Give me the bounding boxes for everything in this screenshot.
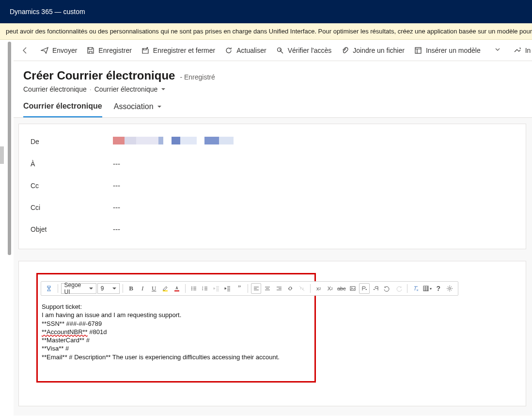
blockquote-button[interactable]: ”	[234, 283, 245, 294]
table-button[interactable]: ▾	[422, 283, 432, 294]
svg-rect-2	[163, 290, 168, 291]
align-center-button[interactable]	[262, 283, 273, 294]
email-fields-section: De À --- Cc ---	[18, 124, 526, 249]
font-size-select[interactable]: 9	[97, 283, 120, 294]
chevron-down-icon[interactable]	[161, 88, 165, 92]
cc-label: Cc	[31, 182, 113, 190]
tab-email-label: Courrier électronique	[23, 102, 102, 111]
indent-button[interactable]	[223, 283, 234, 294]
from-label: De	[31, 138, 113, 145]
send-button[interactable]: Envoyer	[36, 41, 82, 60]
settings-gear-icon[interactable]	[445, 283, 455, 294]
breadcrumb: Courrier électronique · Courrier électro…	[23, 85, 522, 93]
breadcrumb-form[interactable]: Courrier électronique	[94, 85, 158, 93]
command-bar: Envoyer Enregistrer Enregistrer et ferme…	[14, 40, 532, 61]
scroll-nub[interactable]	[0, 146, 4, 164]
svg-point-5	[191, 288, 192, 289]
send-label: Envoyer	[52, 47, 77, 54]
svg-point-0	[277, 48, 281, 51]
check-access-button[interactable]: Vérifier l'accès	[271, 41, 337, 60]
save-close-button[interactable]: Enregistrer et fermer	[137, 41, 220, 60]
field-subject[interactable]: Objet ---	[31, 218, 514, 240]
insert-image-button[interactable]	[348, 283, 359, 294]
svg-rect-1	[415, 48, 421, 53]
cc-value: ---	[113, 181, 120, 190]
form-canvas: De À --- Cc ---	[14, 118, 532, 416]
undo-button[interactable]	[382, 283, 393, 294]
subject-value: ---	[113, 225, 120, 233]
save-label: Enregistrer	[98, 47, 131, 54]
save-button[interactable]: Enregistrer	[82, 41, 136, 60]
field-cc[interactable]: Cc ---	[31, 175, 514, 196]
attach-file-button[interactable]: Joindre un fichier	[336, 41, 409, 60]
align-right-button[interactable]	[274, 283, 284, 294]
bullet-list-button[interactable]	[188, 283, 199, 294]
subscript-button[interactable]: X2	[325, 283, 335, 294]
font-name-select[interactable]: Segoe UI	[61, 283, 96, 294]
overflow-chevron[interactable]	[490, 46, 505, 54]
left-gutter	[0, 40, 14, 416]
underline-button[interactable]: U	[149, 283, 159, 294]
rtl-button[interactable]	[371, 283, 381, 294]
bold-button[interactable]: B	[126, 283, 137, 294]
field-bcc[interactable]: Cci ---	[31, 196, 514, 218]
refresh-label: Actualiser	[236, 47, 266, 54]
svg-rect-3	[174, 290, 179, 291]
tab-email[interactable]: Courrier électronique	[23, 102, 102, 117]
scroll-track[interactable]	[8, 42, 11, 255]
check-access-label: Vérifier l'accès	[288, 47, 332, 54]
help-button[interactable]: ?	[433, 283, 444, 294]
insert-template-label: Insérer un modèle	[426, 47, 481, 54]
form-header: Créer Courrier électronique - Enregistré…	[14, 61, 532, 95]
chevron-down-icon	[157, 106, 161, 110]
form-tabs: Courrier électronique Association	[14, 95, 532, 118]
insert-template-button[interactable]: Insérer un modèle	[409, 41, 485, 60]
rte-body[interactable]: Support ticket:I am having an issue and …	[38, 301, 314, 381]
attach-label: Joindre un fichier	[353, 47, 405, 54]
save-close-label: Enregistrer et fermer	[153, 47, 215, 54]
warning-text: peut avoir des fonctionnalités ou des pe…	[6, 28, 532, 35]
ltr-button[interactable]	[359, 283, 370, 294]
top-nav-bar: Dynamics 365 — custom	[0, 0, 532, 23]
subject-label: Objet	[31, 225, 113, 233]
field-to[interactable]: À ---	[31, 153, 514, 175]
clear-format-button[interactable]	[410, 283, 421, 294]
tab-association[interactable]: Association	[114, 102, 161, 117]
rte-toolbar: Segoe UI 9 B I U 123 ”	[41, 281, 458, 296]
tab-association-label: Association	[114, 102, 154, 111]
link-button[interactable]	[285, 283, 296, 294]
format-painter-icon[interactable]	[44, 283, 55, 294]
align-left-button[interactable]	[251, 283, 262, 294]
strikethrough-button[interactable]: abc	[336, 283, 347, 294]
email-body-section: Segoe UI 9 B I U 123 ”	[18, 261, 526, 406]
outdent-button[interactable]	[211, 283, 222, 294]
svg-point-4	[191, 287, 192, 288]
more-button-partial[interactable]: In	[509, 41, 532, 60]
svg-point-13	[449, 288, 451, 289]
to-value: ---	[113, 160, 120, 168]
svg-point-6	[191, 289, 192, 290]
from-value	[113, 137, 234, 146]
italic-button[interactable]: I	[137, 283, 148, 294]
back-button[interactable]	[21, 43, 29, 58]
more-partial-label: In	[525, 47, 531, 54]
refresh-button[interactable]: Actualiser	[220, 41, 271, 60]
bcc-label: Cci	[31, 204, 113, 211]
bcc-value: ---	[113, 203, 120, 211]
unlink-button[interactable]	[297, 283, 307, 294]
field-from[interactable]: De	[31, 130, 514, 153]
app-title: Dynamics 365 — custom	[10, 8, 85, 16]
highlight-color-button[interactable]	[160, 283, 171, 294]
number-list-button[interactable]: 123	[200, 283, 210, 294]
svg-text:3: 3	[202, 288, 203, 291]
redo-button[interactable]	[393, 283, 404, 294]
record-status: - Enregistré	[180, 73, 215, 81]
page-title: Créer Courrier électronique	[23, 69, 175, 82]
rich-text-editor[interactable]: Segoe UI 9 B I U 123 ”	[36, 273, 316, 383]
superscript-button[interactable]: x2	[313, 283, 324, 294]
to-label: À	[31, 160, 113, 168]
font-color-button[interactable]	[172, 283, 182, 294]
breadcrumb-entity: Courrier électronique	[23, 85, 87, 93]
warning-bar: peut avoir des fonctionnalités ou des pe…	[0, 23, 532, 40]
